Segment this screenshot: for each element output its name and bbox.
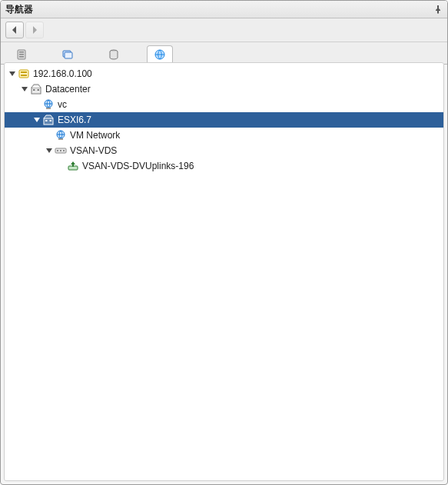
svg-rect-18: [45, 120, 48, 121]
tree-node-label: 192.168.0.100: [33, 68, 98, 79]
tree-node-label: ESXI6.7: [58, 115, 98, 125]
tree-node-label: VM Network: [70, 130, 126, 141]
disclosure-triangle-icon[interactable]: [8, 69, 17, 78]
disclosure-triangle-icon[interactable]: [45, 146, 54, 155]
tree-node-label: VSAN-VDS: [70, 145, 123, 156]
dvs-icon: [55, 145, 67, 157]
forward-button[interactable]: [25, 22, 44, 38]
std-network-icon: [42, 98, 55, 111]
svg-rect-16: [46, 108, 51, 109]
disclosure-triangle-icon[interactable]: [32, 115, 41, 125]
tree-node-vds[interactable]: VSAN-VDS: [5, 143, 443, 158]
svg-rect-17: [44, 118, 53, 125]
tree-node-esxi[interactable]: ESXI6.7: [5, 112, 443, 128]
svg-rect-14: [38, 89, 40, 91]
tree-node-vmnet[interactable]: VM Network: [5, 128, 443, 143]
svg-rect-1: [19, 51, 24, 53]
inventory-tabs: [1, 42, 447, 65]
storage-icon: [108, 48, 120, 63]
history-nav: [1, 18, 447, 42]
svg-rect-23: [57, 150, 58, 151]
tree-node-dc[interactable]: Datacenter: [5, 81, 443, 97]
back-button[interactable]: [5, 22, 24, 38]
svg-rect-2: [19, 54, 24, 55]
disclosure-triangle-icon[interactable]: [20, 85, 29, 94]
panel-titlebar: 导航器: [1, 1, 447, 18]
svg-rect-19: [50, 120, 52, 121]
tree-node-label: Datacenter: [45, 84, 97, 95]
vms-icon: [61, 48, 74, 63]
svg-rect-13: [33, 89, 35, 91]
tree-node-uplinks[interactable]: VSAN-VDS-DVUplinks-196: [5, 158, 443, 174]
panel-title: 导航器: [5, 1, 433, 18]
svg-rect-21: [58, 138, 63, 140]
svg-rect-11: [21, 75, 27, 76]
svg-rect-25: [63, 150, 65, 151]
uplink-pg-icon: [67, 160, 79, 172]
svg-rect-12: [32, 88, 41, 94]
svg-rect-24: [60, 150, 61, 151]
svg-rect-10: [21, 71, 27, 73]
std-network-icon: [55, 129, 67, 141]
inventory-tree: 192.168.0.100DatacentervcESXI6.7VM Netwo…: [5, 63, 443, 174]
datacenter-icon: [42, 114, 55, 126]
tree-node-vc-net[interactable]: vc: [5, 97, 443, 112]
pin-icon[interactable]: [433, 5, 443, 14]
svg-rect-5: [65, 52, 72, 58]
svg-rect-9: [19, 70, 28, 78]
svg-rect-3: [19, 56, 24, 58]
vcenter-icon: [18, 68, 30, 80]
inventory-tree-container[interactable]: 192.168.0.100DatacentervcESXI6.7VM Netwo…: [4, 62, 444, 481]
datacenter-icon: [30, 83, 42, 95]
tree-node-label: vc: [58, 99, 73, 110]
network-icon: [154, 48, 166, 63]
svg-rect-27: [72, 164, 74, 167]
navigator-panel: 导航器 192.168.0.100DatacentervcESXI6.7VM N…: [0, 0, 448, 485]
tree-node-label: VSAN-VDS-DVUplinks-196: [82, 161, 200, 171]
hosts-icon: [15, 48, 28, 63]
tree-node-vc[interactable]: 192.168.0.100: [5, 66, 443, 81]
